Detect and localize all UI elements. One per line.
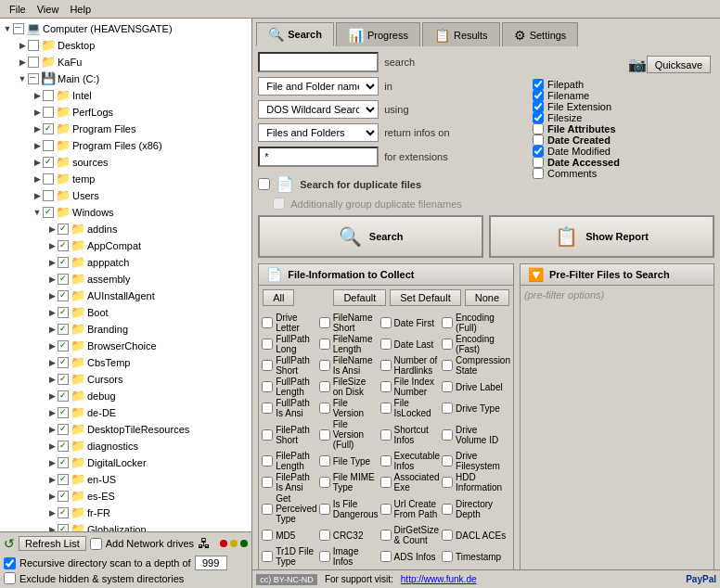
grid-checkbox[interactable] <box>319 317 330 328</box>
tree-expander[interactable]: ▶ <box>46 475 58 484</box>
grid-checkbox[interactable] <box>262 504 273 515</box>
tree-node[interactable]: ▶📁Branding <box>2 321 250 338</box>
tree-expander[interactable]: ▶ <box>32 191 43 200</box>
search-button[interactable]: 🔍 Search <box>258 215 483 258</box>
group-checkbox[interactable] <box>273 198 285 210</box>
grid-checkbox[interactable] <box>442 360 453 371</box>
tab-results[interactable]: 📋 Results <box>422 22 500 46</box>
grid-checkbox[interactable] <box>442 429 453 441</box>
tree-node[interactable]: ▶📁debug <box>2 388 250 404</box>
tree-node[interactable]: ▶📁DesktopTileResources <box>2 421 250 438</box>
grid-checkbox[interactable] <box>380 429 392 441</box>
grid-checkbox[interactable] <box>319 551 330 562</box>
filter-all-btn[interactable]: All <box>263 289 294 306</box>
status-url[interactable]: http://www.funk.de <box>401 574 477 584</box>
tree-node[interactable]: ▶📁sources <box>2 154 250 171</box>
grid-checkbox[interactable] <box>319 504 330 515</box>
tree-checkbox[interactable] <box>58 474 69 485</box>
grid-checkbox[interactable] <box>262 429 273 441</box>
grid-checkbox[interactable] <box>380 477 392 488</box>
tab-progress[interactable]: 📊 Progress <box>336 22 420 46</box>
show-report-button[interactable]: 📋 Show Report <box>489 215 714 258</box>
grid-checkbox[interactable] <box>380 360 392 371</box>
tree-checkbox[interactable] <box>58 307 69 318</box>
search-type-select[interactable]: File and Folder names File names only Fo… <box>258 77 379 96</box>
grid-checkbox[interactable] <box>380 403 392 414</box>
tree-checkbox[interactable] <box>43 90 54 101</box>
grid-checkbox[interactable] <box>262 455 273 467</box>
tree-node[interactable]: ▶📁es-ES <box>2 488 250 505</box>
tree-expander[interactable]: ▶ <box>46 508 58 518</box>
tree-expander[interactable]: ▶ <box>46 425 58 434</box>
tree-expander[interactable]: ▶ <box>32 91 43 100</box>
tree-expander[interactable]: ▶ <box>32 124 43 134</box>
grid-checkbox[interactable] <box>319 381 330 392</box>
grid-checkbox[interactable] <box>442 530 453 541</box>
grid-checkbox[interactable] <box>380 381 392 392</box>
grid-checkbox[interactable] <box>262 381 273 392</box>
tree-expander[interactable]: ▶ <box>46 275 58 284</box>
tree-checkbox[interactable] <box>43 190 54 201</box>
tree-node[interactable]: ▶📁KaFu <box>2 54 250 70</box>
tree-checkbox[interactable] <box>58 324 69 335</box>
grid-checkbox[interactable] <box>442 403 453 414</box>
grid-checkbox[interactable] <box>319 403 330 414</box>
tree-node[interactable]: ▶📁Intel <box>2 87 250 104</box>
grid-checkbox[interactable] <box>442 477 453 488</box>
tree-checkbox[interactable] <box>58 457 69 468</box>
grid-checkbox[interactable] <box>319 339 330 350</box>
menu-file[interactable]: File <box>4 2 32 17</box>
tree-node[interactable]: ▶📁Program Files <box>2 121 250 137</box>
tree-checkbox[interactable] <box>58 274 69 285</box>
grid-checkbox[interactable] <box>380 530 392 541</box>
grid-checkbox[interactable] <box>319 429 330 441</box>
tree-checkbox[interactable] <box>58 424 69 435</box>
tree-expander[interactable]: ▶ <box>46 308 58 317</box>
tree-node[interactable]: ▼📁Windows <box>2 204 250 221</box>
search-method-select[interactable]: DOS Wildcard Search Regular Expression E… <box>258 100 379 119</box>
grid-checkbox[interactable] <box>442 317 453 328</box>
tree-checkbox[interactable] <box>58 224 69 235</box>
tree-checkbox[interactable] <box>58 524 69 531</box>
grid-checkbox[interactable] <box>380 339 392 350</box>
option-checkbox-filesize[interactable] <box>533 112 544 123</box>
quicksave-button[interactable]: Quicksave <box>647 56 711 73</box>
grid-checkbox[interactable] <box>380 551 392 562</box>
tree-node[interactable]: ▶📁DigitalLocker <box>2 454 250 471</box>
tree-node[interactable]: ▶📁Boot <box>2 304 250 321</box>
tree-checkbox[interactable] <box>58 290 69 301</box>
tree-checkbox[interactable] <box>58 441 69 452</box>
tree-node[interactable]: ▶📁Desktop <box>2 37 250 54</box>
tree-expander[interactable]: ▶ <box>46 458 58 467</box>
tree-node[interactable]: ▶📁assembly <box>2 271 250 288</box>
tree-node[interactable]: ▶📁de-DE <box>2 404 250 421</box>
tree-expander[interactable]: ▶ <box>46 408 58 417</box>
tree-node[interactable]: ▶📁Cursors <box>2 371 250 388</box>
tree-expander[interactable]: ▼ <box>2 24 13 33</box>
option-checkbox-datecreated[interactable] <box>533 134 544 146</box>
tree-expander[interactable]: ▶ <box>32 174 43 184</box>
tree-node[interactable]: ▶📁diagnostics <box>2 438 250 454</box>
tab-search[interactable]: 🔍 Search <box>256 22 334 46</box>
tree-checkbox[interactable] <box>28 73 39 84</box>
grid-checkbox[interactable] <box>319 455 330 467</box>
tree-expander[interactable]: ▼ <box>32 208 43 217</box>
tree-expander[interactable]: ▶ <box>17 41 28 50</box>
tree-expander[interactable]: ▶ <box>46 341 58 351</box>
tree-checkbox[interactable] <box>58 357 69 368</box>
tree-checkbox[interactable] <box>58 257 69 268</box>
tree-expander[interactable]: ▶ <box>46 441 58 451</box>
network-checkbox[interactable] <box>90 538 102 550</box>
menu-help[interactable]: Help <box>64 2 96 17</box>
refresh-button[interactable]: Refresh List <box>19 536 86 551</box>
tree-node[interactable]: ▶📁fr-FR <box>2 505 250 521</box>
option-checkbox-filename[interactable] <box>533 90 544 101</box>
option-checkbox-filepath[interactable] <box>533 79 544 90</box>
grid-checkbox[interactable] <box>319 477 330 488</box>
tree-node[interactable]: ▶📁BrowserChoice <box>2 338 250 354</box>
tree-node[interactable]: ▶📁apppatch <box>2 254 250 271</box>
tree-node[interactable]: ▶📁Users <box>2 187 250 204</box>
tree-node[interactable]: ▶📁Globalization <box>2 521 250 531</box>
tree-node[interactable]: ▶📁addins <box>2 221 250 237</box>
tree-expander[interactable]: ▶ <box>46 291 58 300</box>
